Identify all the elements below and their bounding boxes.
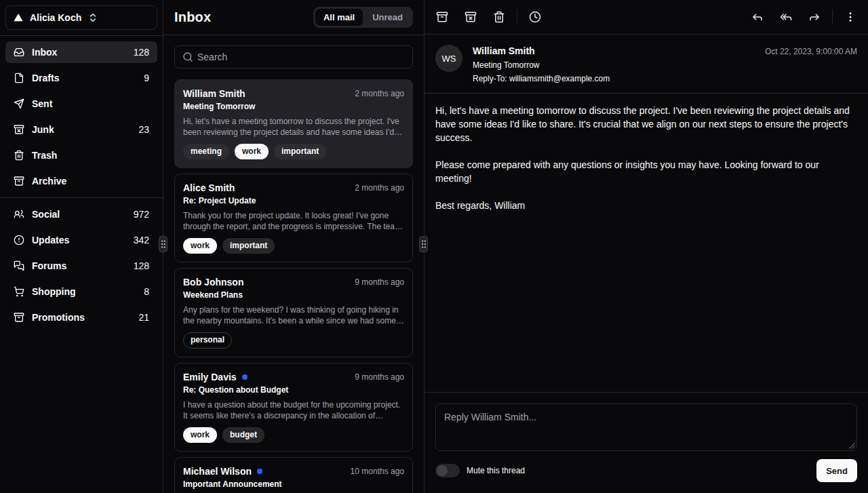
- mail-time: 10 months ago: [351, 467, 404, 476]
- messages-square-icon: [14, 260, 24, 271]
- tag-badge[interactable]: personal: [183, 332, 232, 348]
- sidebar-item-trash[interactable]: Trash: [5, 144, 157, 166]
- sidebar-item-count: 128: [134, 260, 149, 271]
- mail-sender: Alice Smith: [183, 182, 235, 193]
- clock-button[interactable]: [523, 5, 547, 29]
- alert-circle-icon: [14, 235, 24, 245]
- sidebar-item-social[interactable]: Social972: [5, 203, 157, 225]
- shopping-cart-icon: [14, 286, 24, 297]
- reply-textarea-wrap: [435, 403, 857, 451]
- reply-button[interactable]: [745, 5, 770, 29]
- mail-list-item[interactable]: William Smith2 months agoMeeting Tomorro…: [174, 79, 413, 168]
- sidebar-item-label: Updates: [32, 235, 69, 245]
- reply-all-button[interactable]: [774, 5, 798, 29]
- sidebar-item-count: 23: [138, 124, 149, 135]
- chevrons-up-down-icon: [87, 12, 98, 23]
- mail-tags: personal: [183, 332, 404, 348]
- more-vertical-icon: [844, 11, 856, 23]
- mute-thread-switch[interactable]: [435, 464, 460, 477]
- more-vertical-button[interactable]: [838, 5, 863, 29]
- sidebar-item-drafts[interactable]: Drafts9: [5, 67, 157, 89]
- trash-button[interactable]: [487, 5, 511, 29]
- search-icon: [182, 52, 193, 62]
- account-switcher-container: Alicia Koch: [0, 0, 163, 36]
- sidebar-item-count: 8: [144, 286, 149, 297]
- mute-thread-label: Mute this thread: [467, 466, 525, 475]
- mail-subject: Re: Project Update: [183, 196, 404, 205]
- sidebar-item-label: Archive: [32, 176, 66, 186]
- mail-tags: workbudget: [183, 427, 404, 443]
- message-subject: Meeting Tomorrow: [473, 60, 610, 71]
- mail-sender: William Smith: [183, 88, 245, 99]
- mail-sender: Michael Wilson: [183, 466, 252, 477]
- sidebar-item-sent[interactable]: Sent: [5, 93, 157, 115]
- panel-resize-handle[interactable]: [159, 236, 167, 252]
- sidebar-item-junk[interactable]: Junk23: [5, 119, 157, 140]
- avatar: WS: [435, 45, 462, 72]
- tab-all-mail[interactable]: All mail: [315, 9, 363, 26]
- toolbar-right-group: [745, 5, 827, 29]
- archive-icon: [436, 11, 448, 23]
- sidebar-item-label: Junk: [32, 124, 54, 135]
- archive-x-icon: [14, 124, 24, 135]
- grip-vertical-icon: [161, 239, 166, 249]
- sidebar-item-inbox[interactable]: Inbox128: [5, 41, 157, 63]
- sidebar-item-archive[interactable]: Archive: [5, 170, 157, 192]
- mail-snippet: Any plans for the weekend? I was thinkin…: [183, 304, 404, 326]
- clock-icon: [529, 11, 541, 23]
- tag-badge[interactable]: work: [183, 238, 217, 254]
- mail-tags: meetingworkimportant: [183, 144, 404, 159]
- toolbar-left-group: [430, 5, 511, 29]
- message-header: WS William Smith Meeting Tomorrow Reply-…: [425, 35, 868, 93]
- mail-subject: Re: Question about Budget: [183, 385, 404, 395]
- sidebar-item-count: 9: [144, 73, 149, 83]
- tag-badge[interactable]: work: [235, 144, 269, 159]
- mail-app: Alicia Koch Inbox128Drafts9SentJunk23Tra…: [0, 0, 868, 493]
- grip-vertical-icon: [421, 239, 427, 249]
- forward-button[interactable]: [802, 5, 827, 29]
- sidebar-item-label: Inbox: [32, 47, 57, 58]
- mail-list-item[interactable]: Alice Smith2 months agoRe: Project Updat…: [174, 174, 413, 262]
- sidebar-item-promotions[interactable]: Promotions21: [5, 307, 157, 328]
- message-body: Hi, let's have a meeting tomorrow to dis…: [425, 94, 868, 392]
- sidebar-item-shopping[interactable]: Shopping8: [5, 281, 157, 302]
- panel-resize-handle[interactable]: [419, 236, 428, 252]
- mail-time: 2 months ago: [355, 183, 404, 193]
- reply-all-icon: [780, 11, 792, 23]
- toolbar-separator: [832, 9, 833, 24]
- send-button[interactable]: Send: [816, 459, 857, 482]
- sidebar-item-updates[interactable]: Updates342: [5, 229, 157, 251]
- mail-sender: Bob Johnson: [183, 277, 243, 288]
- toolbar-snooze-group: [523, 5, 547, 29]
- tag-badge[interactable]: important: [222, 238, 275, 254]
- message-sender: William Smith: [473, 45, 610, 57]
- forward-icon: [808, 11, 821, 23]
- tag-badge[interactable]: work: [183, 427, 217, 443]
- account-switcher[interactable]: Alicia Koch: [5, 5, 157, 30]
- toolbar-more-group: [838, 5, 863, 29]
- tag-badge[interactable]: important: [274, 144, 326, 159]
- tag-badge[interactable]: meeting: [183, 144, 229, 159]
- mail-snippet: Hi, let's have a meeting tomorrow to dis…: [183, 116, 404, 138]
- list-header: Inbox All mailUnread: [163, 0, 424, 35]
- mail-snippet: Thank you for the project update. It loo…: [183, 210, 404, 232]
- reply-icon: [751, 11, 764, 23]
- tag-badge[interactable]: budget: [222, 427, 264, 443]
- tab-unread[interactable]: Unread: [364, 9, 411, 26]
- message-paragraph: Hi, let's have a meeting tomorrow to dis…: [435, 104, 857, 144]
- mail-list-item[interactable]: Emily Davis9 months agoRe: Question abou…: [174, 363, 413, 452]
- reply-textarea[interactable]: [435, 403, 857, 451]
- search-input[interactable]: [174, 45, 413, 68]
- mail-list-item[interactable]: Bob Johnson9 months agoWeekend PlansAny …: [174, 268, 413, 357]
- mail-list-item[interactable]: Michael Wilson10 months agoImportant Ann…: [174, 457, 413, 493]
- sidebar-item-forums[interactable]: Forums128: [5, 255, 157, 277]
- switch-thumb: [437, 465, 448, 476]
- sidebar: Alicia Koch Inbox128Drafts9SentJunk23Tra…: [0, 0, 163, 493]
- mail-subject: Weekend Plans: [183, 290, 404, 300]
- archive-button[interactable]: [430, 5, 454, 29]
- archive-x-icon: [465, 11, 477, 23]
- archive-x-button[interactable]: [458, 5, 483, 29]
- send-icon: [14, 98, 24, 109]
- sidebar-item-label: Trash: [32, 150, 57, 161]
- sidebar-item-label: Shopping: [32, 286, 76, 297]
